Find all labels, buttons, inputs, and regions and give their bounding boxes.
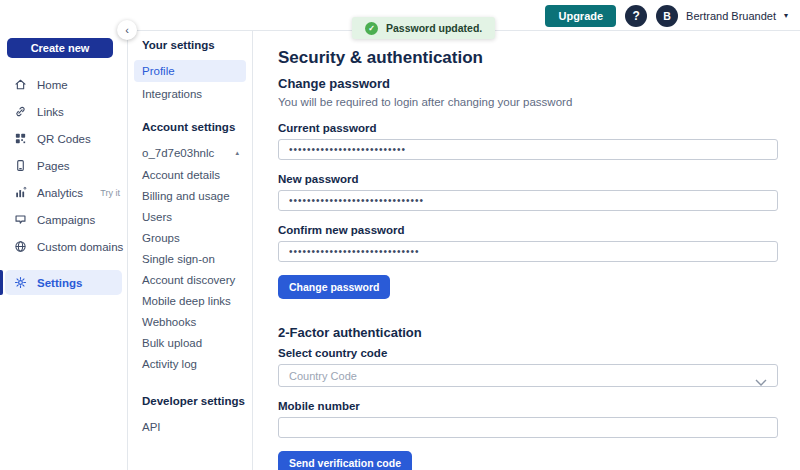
main-content: Security & authentication Change passwor… <box>253 30 800 470</box>
sidebar-item-label: Links <box>37 106 64 118</box>
user-name: Bertrand Bruandet <box>686 10 776 22</box>
sidebar-item-label: Custom domains <box>37 241 123 253</box>
settings-nav-section-title: Your settings <box>128 38 252 52</box>
sidebar-item-label: Home <box>37 79 68 91</box>
settings-nav-item-webhooks[interactable]: Webhooks <box>128 311 252 332</box>
mobile-number-group: Mobile number <box>278 400 780 438</box>
mobile-page-icon <box>14 159 27 172</box>
gear-icon <box>14 276 27 289</box>
confirm-password-label: Confirm new password <box>278 224 780 236</box>
sidebar-item-qr-codes[interactable]: QR Codes <box>0 125 127 152</box>
sidebar-item-label: Pages <box>37 160 70 172</box>
settings-nav-item-bulk-upload[interactable]: Bulk upload <box>128 332 252 353</box>
account-selector[interactable]: o_7d7e03hnlc ▴ <box>128 142 252 163</box>
settings-nav-section-title: Developer settings <box>128 394 252 408</box>
link-icon <box>14 105 27 118</box>
avatar: B <box>656 5 678 27</box>
header-actions: Upgrade ? B Bertrand Bruandet ▾ <box>545 4 788 27</box>
help-icon[interactable]: ? <box>625 5 647 27</box>
campaigns-icon <box>14 213 27 226</box>
sidebar-item-label: Settings <box>37 277 82 289</box>
settings-nav-item-account-discovery[interactable]: Account discovery <box>128 269 252 290</box>
sidebar-item-label: Campaigns <box>37 214 95 226</box>
success-check-icon: ✓ <box>365 22 378 35</box>
settings-nav-item-single-sign-on[interactable]: Single sign-on <box>128 248 252 269</box>
new-password-label: New password <box>278 173 780 185</box>
settings-nav-item-billing-and-usage[interactable]: Billing and usage <box>128 185 252 206</box>
sidebar-item-custom-domains[interactable]: Custom domains <box>0 233 127 260</box>
user-menu[interactable]: B Bertrand Bruandet ▾ <box>656 5 788 27</box>
sidebar-item-settings[interactable]: Settings <box>5 270 122 295</box>
current-password-group: Current password <box>278 122 780 160</box>
upgrade-button[interactable]: Upgrade <box>545 5 616 27</box>
primary-nav: Home Links QR Code <box>0 71 127 295</box>
account-selector-value: o_7d7e03hnlc <box>142 147 214 159</box>
sidebar-item-pages[interactable]: Pages <box>0 152 127 179</box>
settings-nav-item-api[interactable]: API <box>128 416 252 437</box>
home-icon <box>14 78 27 91</box>
create-new-button[interactable]: Create new <box>7 38 113 58</box>
chevron-up-icon: ▴ <box>235 149 239 157</box>
change-password-section: Change password You will be required to … <box>278 76 780 299</box>
page-title: Security & authentication <box>278 48 780 68</box>
settings-nav-item-mobile-deep-links[interactable]: Mobile deep links <box>128 290 252 311</box>
sidebar-item-label: Analytics <box>37 187 83 199</box>
sidebar-item-label: QR Codes <box>37 133 91 145</box>
sidebar-item-campaigns[interactable]: Campaigns <box>0 206 127 233</box>
country-code-select[interactable]: Country Code <box>278 364 778 387</box>
settings-nav-section-title: Account settings <box>128 120 252 134</box>
app-root: Upgrade ? B Bertrand Bruandet ▾ ✓ Passwo… <box>0 0 800 470</box>
mobile-number-label: Mobile number <box>278 400 780 412</box>
analytics-bars-icon <box>14 186 27 199</box>
collapse-sidebar-button[interactable]: ‹ <box>117 20 137 40</box>
current-password-label: Current password <box>278 122 780 134</box>
confirm-password-group: Confirm new password <box>278 224 780 262</box>
two-factor-heading: 2-Factor authentication <box>278 325 780 341</box>
sidebar-item-home[interactable]: Home <box>0 71 127 98</box>
country-code-label: Select country code <box>278 347 780 359</box>
qr-code-icon <box>14 132 27 145</box>
globe-icon <box>14 240 27 253</box>
chevron-down-icon: ▾ <box>784 11 788 20</box>
country-code-placeholder: Country Code <box>289 370 357 382</box>
chevron-down-icon <box>755 373 767 391</box>
primary-sidebar: Create new Home Links <box>0 0 127 470</box>
settings-nav-item-account-details[interactable]: Account details <box>128 164 252 185</box>
sidebar-item-analytics[interactable]: Analytics Try it <box>0 179 127 206</box>
mobile-number-field[interactable] <box>278 417 778 438</box>
new-password-group: New password <box>278 173 780 211</box>
active-indicator <box>0 270 3 295</box>
settings-nav: Your settings Profile Integrations Accou… <box>127 30 253 470</box>
toast-message: Password updated. <box>386 22 482 34</box>
change-password-heading: Change password <box>278 76 780 92</box>
settings-nav-item-integrations[interactable]: Integrations <box>128 83 252 104</box>
settings-nav-item-groups[interactable]: Groups <box>128 227 252 248</box>
toast-password-updated: ✓ Password updated. <box>352 17 495 39</box>
send-verification-code-button[interactable]: Send verification code <box>278 451 412 470</box>
two-factor-section: 2-Factor authentication Select country c… <box>278 325 780 470</box>
settings-nav-item-activity-log[interactable]: Activity log <box>128 353 252 374</box>
current-password-field[interactable] <box>278 139 778 160</box>
confirm-password-field[interactable] <box>278 241 778 262</box>
change-password-button[interactable]: Change password <box>278 275 390 299</box>
new-password-field[interactable] <box>278 190 778 211</box>
settings-nav-item-profile[interactable]: Profile <box>134 60 246 82</box>
country-code-group: Select country code Country Code <box>278 347 780 387</box>
sidebar-item-links[interactable]: Links <box>0 98 127 125</box>
try-it-badge: Try it <box>100 188 127 198</box>
change-password-description: You will be required to login after chan… <box>278 95 780 109</box>
settings-nav-item-users[interactable]: Users <box>128 206 252 227</box>
